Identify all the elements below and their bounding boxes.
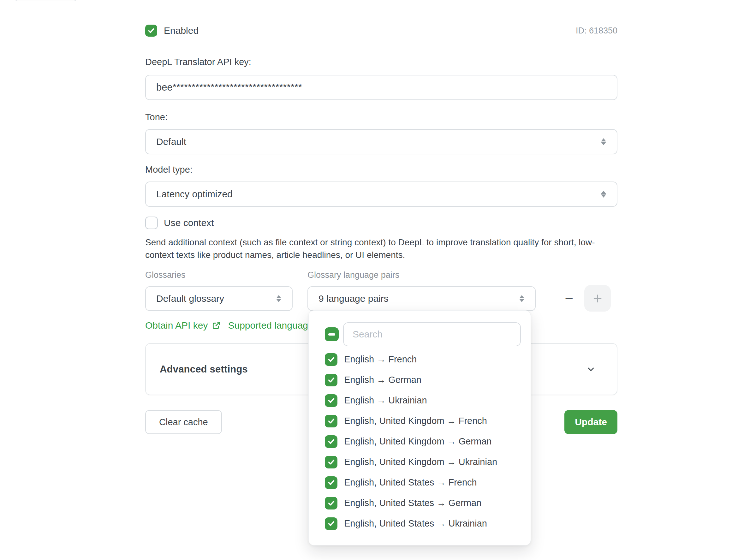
pair-checkbox: [325, 456, 338, 468]
glossaries-select-value: Default glossary: [156, 293, 224, 304]
use-context-checkbox[interactable]: [145, 217, 158, 229]
enabled-checkbox[interactable]: [145, 25, 157, 37]
clear-cache-button[interactable]: Clear cache: [145, 410, 222, 434]
stepper-icon: [599, 189, 608, 200]
obtain-api-key-link[interactable]: Obtain API key: [145, 320, 221, 331]
language-pair-option[interactable]: English, United States → French: [325, 472, 521, 493]
stepper-icon: [274, 293, 283, 304]
tone-select-value: Default: [156, 136, 186, 147]
pair-checkbox: [325, 394, 338, 407]
glossary-pairs-select[interactable]: 9 language pairs: [307, 286, 536, 311]
stepper-icon: [518, 293, 526, 304]
language-pair-option[interactable]: English, United States → Ukrainian: [325, 513, 521, 534]
language-pairs-list: English → French English → German Englis…: [325, 349, 521, 534]
dropdown-header: [325, 322, 521, 346]
language-pair-option[interactable]: English → French: [325, 349, 521, 369]
pair-checkbox: [325, 415, 338, 427]
page: Enabled ID: 618350 DeepL Translator API …: [0, 0, 750, 560]
glossaries-label: Glossaries: [145, 270, 292, 280]
pair-checkbox: [325, 517, 338, 530]
language-pair-option[interactable]: English → German: [325, 369, 521, 390]
glossary-pairs-select-value: 9 language pairs: [319, 293, 389, 304]
indeterminate-icon: [328, 333, 335, 336]
api-key-label: DeepL Translator API key:: [145, 57, 617, 67]
remove-glossary-button[interactable]: −: [561, 290, 577, 306]
pair-checkbox: [325, 353, 338, 366]
check-icon: [327, 355, 336, 364]
add-glossary-button[interactable]: +: [584, 285, 611, 312]
tone-select[interactable]: Default: [145, 129, 617, 154]
model-type-label: Model type:: [145, 164, 617, 175]
language-pair-option[interactable]: English, United States → German: [325, 493, 521, 513]
glossaries-select[interactable]: Default glossary: [145, 286, 292, 311]
model-type-select-value: Latency optimized: [156, 189, 232, 200]
check-icon: [327, 376, 336, 384]
check-icon: [327, 478, 336, 487]
pair-checkbox: [325, 497, 338, 509]
glossary-row: Glossaries Default glossary Glossary lan…: [145, 270, 617, 311]
check-icon: [327, 396, 336, 405]
language-pair-option[interactable]: English → Ukrainian: [325, 390, 521, 411]
check-icon: [327, 458, 336, 466]
use-context-description: Send additional context (such as file co…: [145, 236, 617, 261]
enabled-row: Enabled ID: 618350: [145, 24, 617, 37]
page-edge-fragment: [15, 0, 77, 1]
language-pairs-dropdown: English → French English → German Englis…: [308, 310, 531, 545]
check-icon: [327, 417, 336, 425]
select-all-checkbox[interactable]: [325, 327, 339, 341]
check-icon: [147, 26, 155, 35]
language-pair-option[interactable]: English, United Kingdom → German: [325, 431, 521, 452]
tone-label: Tone:: [145, 112, 617, 122]
api-key-input[interactable]: [145, 75, 617, 100]
supported-languages-link[interactable]: Supported languages: [228, 320, 318, 331]
pair-checkbox: [325, 374, 338, 386]
pair-checkbox: [325, 435, 338, 448]
external-link-icon: [211, 321, 221, 330]
check-icon: [327, 519, 336, 528]
glossary-pairs-label: Glossary language pairs: [307, 270, 536, 280]
model-type-select[interactable]: Latency optimized: [145, 181, 617, 207]
language-pair-option[interactable]: English, United Kingdom → French: [325, 411, 521, 431]
pair-checkbox: [325, 476, 338, 489]
check-icon: [327, 437, 336, 446]
update-button[interactable]: Update: [564, 410, 617, 434]
use-context-label: Use context: [164, 218, 214, 228]
enabled-label: Enabled: [164, 25, 199, 36]
integration-id: ID: 618350: [576, 26, 617, 36]
search-input[interactable]: [343, 322, 521, 346]
use-context-row: Use context: [145, 216, 617, 229]
stepper-icon: [599, 136, 608, 147]
language-pair-option[interactable]: English, United Kingdom → Ukrainian: [325, 452, 521, 472]
check-icon: [327, 499, 336, 507]
chevron-down-icon: [585, 364, 596, 375]
advanced-settings-label: Advanced settings: [160, 364, 248, 375]
